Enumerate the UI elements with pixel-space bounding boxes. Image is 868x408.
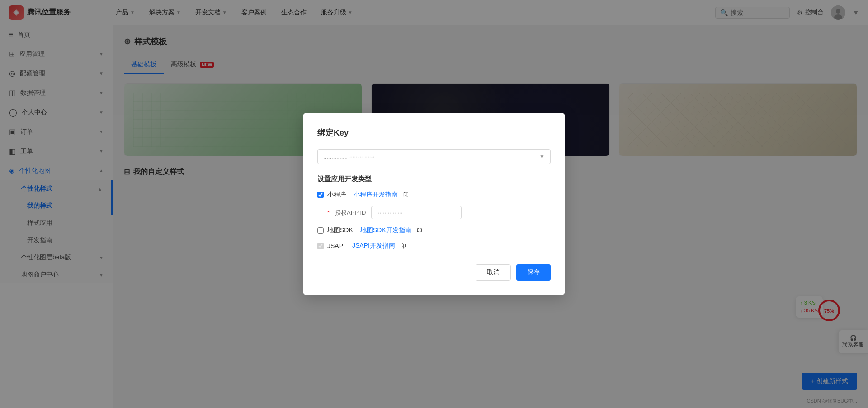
required-star: * (327, 209, 330, 216)
key-select-row: ............... ·····-·· ····-· ▼ (317, 149, 551, 164)
jsapi-label: JSAPI (327, 242, 345, 249)
map-sdk-print-link[interactable]: 印 (417, 227, 422, 234)
mini-program-guide-link[interactable]: 小程序开发指南 (354, 191, 398, 199)
mini-program-print-link[interactable]: 印 (403, 191, 409, 199)
mini-program-row: 小程序 小程序开发指南 印 (317, 191, 551, 199)
jsapi-print-link[interactable]: 印 (401, 242, 406, 250)
mini-program-checkbox[interactable] (317, 192, 324, 198)
map-sdk-guide-link[interactable]: 地图SDK开发指南 (360, 226, 411, 234)
key-selector[interactable]: ............... ·····-·· ····-· ▼ (317, 149, 551, 164)
dropdown-arrow-icon: ▼ (539, 154, 545, 160)
bind-key-modal: 绑定Key ............... ·····-·· ····-· ▼ … (303, 113, 565, 295)
jsapi-row: JSAPI JSAPI开发指南 印 (317, 242, 551, 250)
app-id-label: 授权APP ID (335, 209, 366, 217)
map-sdk-label[interactable]: 地图SDK (327, 226, 353, 234)
app-id-input[interactable] (371, 206, 462, 219)
jsapi-checkbox[interactable] (317, 243, 324, 249)
select-value: ............... ·····-·· ····-· (323, 153, 539, 160)
modal-overlay[interactable]: 绑定Key ............... ·····-·· ····-· ▼ … (0, 0, 868, 408)
modal-title: 绑定Key (317, 127, 551, 138)
modal-footer: 取消 保存 (317, 264, 551, 281)
save-button[interactable]: 保存 (516, 264, 551, 281)
dev-type-section-label: 设置应用开发类型 (317, 175, 551, 183)
jsapi-guide-link[interactable]: JSAPI开发指南 (352, 242, 395, 250)
app-id-row: * 授权APP ID (327, 206, 551, 219)
map-sdk-row: 地图SDK 地图SDK开发指南 印 (317, 226, 551, 234)
map-sdk-checkbox[interactable] (317, 227, 324, 234)
cancel-button[interactable]: 取消 (476, 264, 511, 281)
mini-program-label[interactable]: 小程序 (327, 191, 346, 199)
